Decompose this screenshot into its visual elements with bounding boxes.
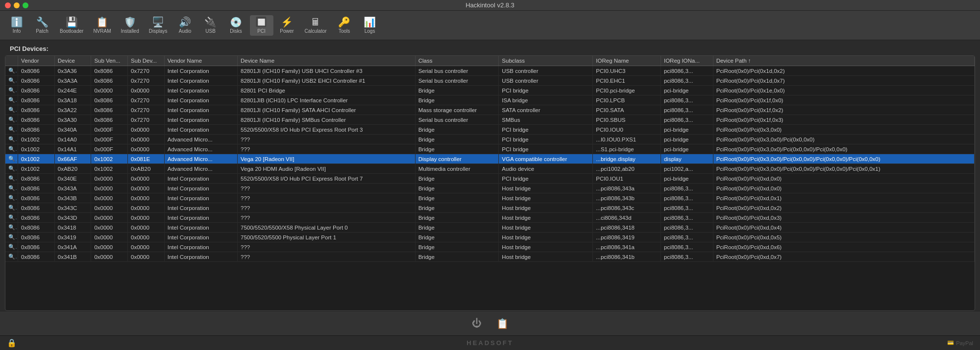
row-subclass: Host bridge — [499, 203, 593, 213]
table-row[interactable]: 🔍0x80860x343D0x00000x0000Intel Corporati… — [5, 213, 975, 223]
table-row[interactable]: 🔍0x10020xAB200x10020xAB20Advanced Micro.… — [5, 164, 975, 174]
power-button[interactable]: ⏻ — [472, 318, 482, 329]
row-subdev: 0x0000 — [128, 223, 165, 233]
row-search-icon[interactable]: 🔍 — [5, 144, 18, 154]
row-search-icon[interactable]: 🔍 — [5, 95, 18, 105]
table-row[interactable]: 🔍0x80860x3A300x80860x7270Intel Corporati… — [5, 115, 975, 125]
row-search-icon[interactable]: 🔍 — [5, 76, 18, 86]
toolbar-item-audio[interactable]: 🔊Audio — [173, 15, 197, 36]
close-button[interactable] — [5, 2, 11, 8]
row-search-icon[interactable]: 🔍 — [5, 184, 18, 193]
toolbar-item-tools[interactable]: 🔑Tools — [333, 15, 356, 36]
info-icon: ℹ️ — [11, 17, 23, 27]
toolbar-item-displays[interactable]: 🖥️Displays — [145, 15, 172, 36]
table-row[interactable]: 🔍0x80860x34180x00000x0000Intel Corporati… — [5, 223, 975, 233]
table-row[interactable]: 🔍0x80860x343B0x00000x0000Intel Corporati… — [5, 193, 975, 203]
row-iorna: pci8086,3... — [661, 193, 713, 203]
table-row[interactable]: 🔍0x10020x14A00x000F0x0000Advanced Micro.… — [5, 135, 975, 144]
row-search-icon[interactable]: 🔍 — [5, 154, 18, 164]
table-row[interactable]: 🔍0x80860x244E0x00000x0000Intel Corporati… — [5, 86, 975, 95]
lock-icon: 🔒 — [7, 338, 17, 348]
row-vendor: 0x1002 — [18, 154, 55, 164]
row-search-icon[interactable]: 🔍 — [5, 223, 18, 233]
power-icon: ⚡ — [281, 17, 293, 27]
col-header-ioreg[interactable]: IOReg Name — [593, 56, 661, 66]
row-device: 0x343B — [54, 193, 91, 203]
table-row[interactable]: 🔍0x80860x341B0x00000x0000Intel Corporati… — [5, 252, 975, 262]
row-devpath: PciRoot(0x0)/Pci(0xd,0x6) — [713, 242, 974, 252]
row-subclass: SATA controller — [499, 105, 593, 115]
paypal-icon: 💳 — [947, 340, 954, 346]
pci-table-container[interactable]: Vendor Device Sub Ven... Sub Dev... Vend… — [5, 55, 975, 311]
table-row[interactable]: 🔍0x80860x3A3A0x80860x7270Intel Corporati… — [5, 76, 975, 86]
col-header-iorna[interactable]: IOReg IONa... — [661, 56, 713, 66]
toolbar-item-power[interactable]: ⚡Power — [275, 15, 299, 36]
toolbar-item-patch[interactable]: 🔧Patch — [30, 15, 54, 36]
toolbar-item-logs[interactable]: 📊Logs — [358, 15, 382, 36]
toolbar-item-disks[interactable]: 💿Disks — [224, 15, 248, 36]
row-ioreg: PCI0.LPCB — [593, 95, 661, 105]
table-row[interactable]: 🔍0x80860x34190x00000x0000Intel Corporati… — [5, 233, 975, 242]
row-subven: 0x000F — [91, 125, 128, 135]
toolbar-item-installed[interactable]: 🛡️Installed — [117, 15, 143, 36]
row-devpath: PciRoot(0x0)/Pci(0x1d,0x2) — [713, 66, 974, 76]
col-header-device[interactable]: Device — [54, 56, 91, 66]
col-header-vendname[interactable]: Vendor Name — [164, 56, 237, 66]
table-row[interactable]: 🔍0x80860x341A0x00000x0000Intel Corporati… — [5, 242, 975, 252]
toolbar-item-pci[interactable]: 🔲PCI — [250, 15, 273, 36]
row-subdev: 0x0000 — [128, 125, 165, 135]
row-search-icon[interactable]: 🔍 — [5, 213, 18, 223]
toolbar-item-nvram[interactable]: 📋NVRAM — [89, 15, 115, 36]
row-search-icon[interactable]: 🔍 — [5, 164, 18, 174]
row-ioreg: ...ci8086,343d — [593, 213, 661, 223]
toolbar-item-bootloader[interactable]: 💾Bootloader — [56, 15, 87, 36]
maximize-button[interactable] — [23, 2, 28, 8]
toolbar-item-calculator[interactable]: 🖩Calculator — [301, 15, 331, 36]
row-devname: ??? — [238, 213, 416, 223]
col-header-devname[interactable]: Device Name — [238, 56, 416, 66]
table-row[interactable]: 🔍0x80860x343C0x00000x0000Intel Corporati… — [5, 203, 975, 213]
col-header-devpath[interactable]: Device Path ↑ — [713, 56, 974, 66]
col-header-class[interactable]: Class — [415, 56, 499, 66]
toolbar-item-usb[interactable]: 🔌USB — [199, 15, 222, 36]
col-header-subclass[interactable]: Subclass — [499, 56, 593, 66]
row-vendor: 0x1002 — [18, 135, 55, 144]
table-row[interactable]: 🔍0x10020x66AF0x10020x081EAdvanced Micro.… — [5, 154, 975, 164]
toolbar-item-info[interactable]: ℹ️Info — [5, 15, 28, 36]
row-search-icon[interactable]: 🔍 — [5, 233, 18, 242]
row-search-icon[interactable]: 🔍 — [5, 193, 18, 203]
row-search-icon[interactable]: 🔍 — [5, 242, 18, 252]
export-button[interactable]: 📋 — [496, 318, 509, 329]
row-devname: ??? — [238, 242, 416, 252]
row-search-icon[interactable]: 🔍 — [5, 105, 18, 115]
col-header-subven[interactable]: Sub Ven... — [91, 56, 128, 66]
table-row[interactable]: 🔍0x80860x340E0x00000x0000Intel Corporati… — [5, 174, 975, 184]
table-row[interactable]: 🔍0x80860x3A220x80860x7270Intel Corporati… — [5, 105, 975, 115]
table-row[interactable]: 🔍0x80860x343A0x00000x0000Intel Corporati… — [5, 184, 975, 193]
row-device: 0x341B — [54, 252, 91, 262]
row-search-icon[interactable]: 🔍 — [5, 115, 18, 125]
col-header-subdev[interactable]: Sub Dev... — [128, 56, 165, 66]
table-row[interactable]: 🔍0x80860x340A0x000F0x0000Intel Corporati… — [5, 125, 975, 135]
row-subven: 0x0000 — [91, 193, 128, 203]
row-search-icon[interactable]: 🔍 — [5, 203, 18, 213]
row-class: Display controller — [415, 154, 499, 164]
table-row[interactable]: 🔍0x80860x3A180x80860x7270Intel Corporati… — [5, 95, 975, 105]
row-vendname: Intel Corporation — [164, 203, 237, 213]
row-devpath: PciRoot(0x0)/Pci(0x3,0x0)/Pci(0x0,0x0)/P… — [713, 154, 974, 164]
row-device: 0x66AF — [54, 154, 91, 164]
row-search-icon[interactable]: 🔍 — [5, 174, 18, 184]
row-search-icon[interactable]: 🔍 — [5, 252, 18, 262]
row-vendname: Intel Corporation — [164, 184, 237, 193]
row-subven: 0x0000 — [91, 203, 128, 213]
row-search-icon[interactable]: 🔍 — [5, 66, 18, 76]
row-device: 0x14A1 — [54, 144, 91, 154]
row-search-icon[interactable]: 🔍 — [5, 125, 18, 135]
minimize-button[interactable] — [14, 2, 20, 8]
row-search-icon[interactable]: 🔍 — [5, 135, 18, 144]
row-search-icon[interactable]: 🔍 — [5, 86, 18, 95]
col-header-vendor[interactable]: Vendor — [18, 56, 55, 66]
table-row[interactable]: 🔍0x80860x3A360x80860x7270Intel Corporati… — [5, 66, 975, 76]
table-row[interactable]: 🔍0x10020x14A10x000F0x0000Advanced Micro.… — [5, 144, 975, 154]
row-devpath: PciRoot(0x0)/Pci(0x1f,0x3) — [713, 115, 974, 125]
